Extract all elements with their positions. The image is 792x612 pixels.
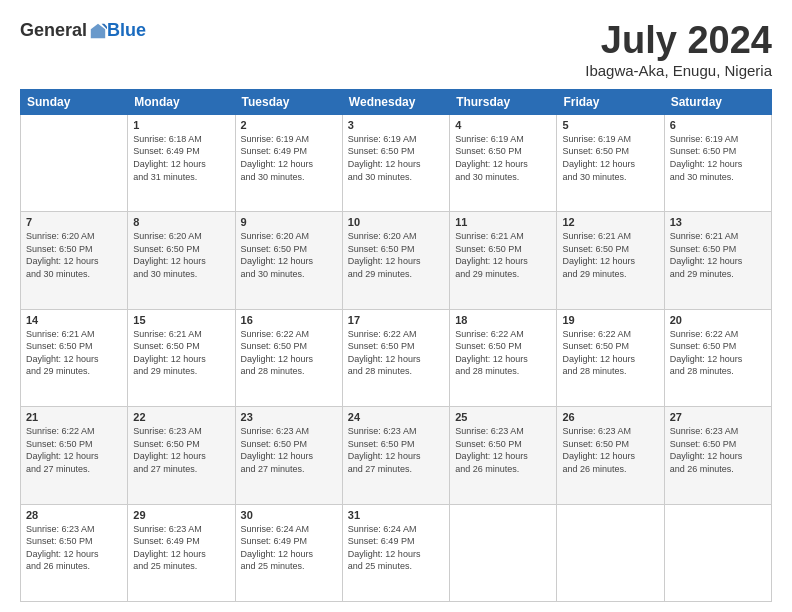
day-info: Sunrise: 6:23 AM Sunset: 6:50 PM Dayligh… [348,425,444,475]
day-number: 14 [26,314,122,326]
day-number: 18 [455,314,551,326]
logo-blue-text: Blue [107,20,146,41]
table-row: 7Sunrise: 6:20 AM Sunset: 6:50 PM Daylig… [21,212,128,309]
table-row: 10Sunrise: 6:20 AM Sunset: 6:50 PM Dayli… [342,212,449,309]
day-number: 15 [133,314,229,326]
day-number: 29 [133,509,229,521]
day-number: 2 [241,119,337,131]
day-info: Sunrise: 6:20 AM Sunset: 6:50 PM Dayligh… [348,230,444,280]
week-row: 21Sunrise: 6:22 AM Sunset: 6:50 PM Dayli… [21,407,772,504]
week-row: 1Sunrise: 6:18 AM Sunset: 6:49 PM Daylig… [21,114,772,211]
day-number: 28 [26,509,122,521]
table-row: 24Sunrise: 6:23 AM Sunset: 6:50 PM Dayli… [342,407,449,504]
day-number: 8 [133,216,229,228]
week-row: 14Sunrise: 6:21 AM Sunset: 6:50 PM Dayli… [21,309,772,406]
day-number: 31 [348,509,444,521]
logo-icon [89,22,107,40]
table-row: 8Sunrise: 6:20 AM Sunset: 6:50 PM Daylig… [128,212,235,309]
col-tuesday: Tuesday [235,89,342,114]
day-info: Sunrise: 6:23 AM Sunset: 6:50 PM Dayligh… [562,425,658,475]
day-number: 20 [670,314,766,326]
table-row: 25Sunrise: 6:23 AM Sunset: 6:50 PM Dayli… [450,407,557,504]
table-row [450,504,557,601]
day-info: Sunrise: 6:21 AM Sunset: 6:50 PM Dayligh… [133,328,229,378]
table-row: 22Sunrise: 6:23 AM Sunset: 6:50 PM Dayli… [128,407,235,504]
col-friday: Friday [557,89,664,114]
day-info: Sunrise: 6:18 AM Sunset: 6:49 PM Dayligh… [133,133,229,183]
day-info: Sunrise: 6:19 AM Sunset: 6:50 PM Dayligh… [562,133,658,183]
col-thursday: Thursday [450,89,557,114]
day-info: Sunrise: 6:22 AM Sunset: 6:50 PM Dayligh… [241,328,337,378]
day-info: Sunrise: 6:19 AM Sunset: 6:50 PM Dayligh… [670,133,766,183]
week-row: 28Sunrise: 6:23 AM Sunset: 6:50 PM Dayli… [21,504,772,601]
day-info: Sunrise: 6:21 AM Sunset: 6:50 PM Dayligh… [26,328,122,378]
day-info: Sunrise: 6:22 AM Sunset: 6:50 PM Dayligh… [348,328,444,378]
table-row: 15Sunrise: 6:21 AM Sunset: 6:50 PM Dayli… [128,309,235,406]
day-number: 6 [670,119,766,131]
day-info: Sunrise: 6:19 AM Sunset: 6:50 PM Dayligh… [455,133,551,183]
day-number: 24 [348,411,444,423]
table-row: 28Sunrise: 6:23 AM Sunset: 6:50 PM Dayli… [21,504,128,601]
table-row: 9Sunrise: 6:20 AM Sunset: 6:50 PM Daylig… [235,212,342,309]
table-row: 2Sunrise: 6:19 AM Sunset: 6:49 PM Daylig… [235,114,342,211]
table-row [557,504,664,601]
day-info: Sunrise: 6:21 AM Sunset: 6:50 PM Dayligh… [562,230,658,280]
day-info: Sunrise: 6:21 AM Sunset: 6:50 PM Dayligh… [670,230,766,280]
table-row: 14Sunrise: 6:21 AM Sunset: 6:50 PM Dayli… [21,309,128,406]
day-info: Sunrise: 6:24 AM Sunset: 6:49 PM Dayligh… [348,523,444,573]
day-number: 30 [241,509,337,521]
day-number: 10 [348,216,444,228]
day-info: Sunrise: 6:23 AM Sunset: 6:50 PM Dayligh… [670,425,766,475]
table-row: 3Sunrise: 6:19 AM Sunset: 6:50 PM Daylig… [342,114,449,211]
day-number: 27 [670,411,766,423]
day-info: Sunrise: 6:23 AM Sunset: 6:50 PM Dayligh… [241,425,337,475]
day-number: 3 [348,119,444,131]
table-row: 12Sunrise: 6:21 AM Sunset: 6:50 PM Dayli… [557,212,664,309]
location: Ibagwa-Aka, Enugu, Nigeria [585,62,772,79]
table-row: 27Sunrise: 6:23 AM Sunset: 6:50 PM Dayli… [664,407,771,504]
day-number: 4 [455,119,551,131]
day-number: 17 [348,314,444,326]
day-info: Sunrise: 6:23 AM Sunset: 6:50 PM Dayligh… [26,523,122,573]
page: General Blue July 2024 Ibagwa-Aka, Enugu… [0,0,792,612]
table-row: 20Sunrise: 6:22 AM Sunset: 6:50 PM Dayli… [664,309,771,406]
day-number: 26 [562,411,658,423]
col-wednesday: Wednesday [342,89,449,114]
logo-general-text: General [20,20,87,41]
day-number: 22 [133,411,229,423]
day-info: Sunrise: 6:22 AM Sunset: 6:50 PM Dayligh… [455,328,551,378]
table-row [21,114,128,211]
day-number: 5 [562,119,658,131]
col-monday: Monday [128,89,235,114]
table-row: 29Sunrise: 6:23 AM Sunset: 6:49 PM Dayli… [128,504,235,601]
table-row: 11Sunrise: 6:21 AM Sunset: 6:50 PM Dayli… [450,212,557,309]
day-number: 1 [133,119,229,131]
day-info: Sunrise: 6:22 AM Sunset: 6:50 PM Dayligh… [26,425,122,475]
day-number: 21 [26,411,122,423]
day-info: Sunrise: 6:23 AM Sunset: 6:49 PM Dayligh… [133,523,229,573]
table-row: 5Sunrise: 6:19 AM Sunset: 6:50 PM Daylig… [557,114,664,211]
day-info: Sunrise: 6:24 AM Sunset: 6:49 PM Dayligh… [241,523,337,573]
table-row: 4Sunrise: 6:19 AM Sunset: 6:50 PM Daylig… [450,114,557,211]
day-info: Sunrise: 6:23 AM Sunset: 6:50 PM Dayligh… [455,425,551,475]
day-number: 12 [562,216,658,228]
logo: General Blue [20,20,146,41]
week-row: 7Sunrise: 6:20 AM Sunset: 6:50 PM Daylig… [21,212,772,309]
day-info: Sunrise: 6:20 AM Sunset: 6:50 PM Dayligh… [133,230,229,280]
table-row: 30Sunrise: 6:24 AM Sunset: 6:49 PM Dayli… [235,504,342,601]
table-row: 31Sunrise: 6:24 AM Sunset: 6:49 PM Dayli… [342,504,449,601]
table-row: 6Sunrise: 6:19 AM Sunset: 6:50 PM Daylig… [664,114,771,211]
day-info: Sunrise: 6:20 AM Sunset: 6:50 PM Dayligh… [26,230,122,280]
day-number: 23 [241,411,337,423]
day-number: 11 [455,216,551,228]
day-number: 19 [562,314,658,326]
day-info: Sunrise: 6:19 AM Sunset: 6:50 PM Dayligh… [348,133,444,183]
table-row: 17Sunrise: 6:22 AM Sunset: 6:50 PM Dayli… [342,309,449,406]
day-info: Sunrise: 6:21 AM Sunset: 6:50 PM Dayligh… [455,230,551,280]
table-row: 19Sunrise: 6:22 AM Sunset: 6:50 PM Dayli… [557,309,664,406]
day-number: 9 [241,216,337,228]
day-info: Sunrise: 6:22 AM Sunset: 6:50 PM Dayligh… [562,328,658,378]
day-info: Sunrise: 6:22 AM Sunset: 6:50 PM Dayligh… [670,328,766,378]
title-block: July 2024 Ibagwa-Aka, Enugu, Nigeria [585,20,772,79]
col-saturday: Saturday [664,89,771,114]
